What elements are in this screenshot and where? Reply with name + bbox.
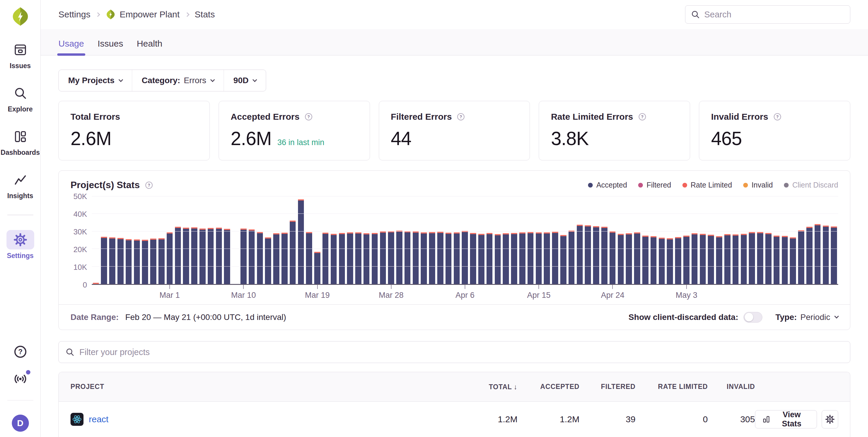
- category-dropdown[interactable]: Category: Errors: [132, 70, 224, 91]
- sidebar-item-insights[interactable]: Insights: [6, 170, 34, 200]
- bar[interactable]: [510, 196, 518, 284]
- bar[interactable]: [477, 196, 485, 284]
- bar[interactable]: [559, 196, 567, 284]
- bar[interactable]: [584, 196, 592, 284]
- bar[interactable]: [625, 196, 633, 284]
- bar[interactable]: [543, 196, 551, 284]
- bar[interactable]: [116, 196, 125, 284]
- legend-filtered[interactable]: Filtered: [638, 181, 671, 189]
- bar[interactable]: [641, 196, 649, 284]
- bar[interactable]: [125, 196, 133, 284]
- sidebar-item-explore[interactable]: Explore: [6, 83, 34, 113]
- bar[interactable]: [395, 196, 403, 284]
- bar[interactable]: [231, 196, 240, 284]
- col-accepted[interactable]: ACCEPTED: [518, 383, 580, 391]
- bar[interactable]: [92, 196, 100, 284]
- col-total[interactable]: TOTAL↓: [456, 383, 518, 391]
- bar[interactable]: [149, 196, 158, 284]
- bar[interactable]: [313, 196, 321, 284]
- col-filtered[interactable]: FILTERED: [580, 383, 636, 391]
- bar[interactable]: [428, 196, 436, 284]
- tab-usage[interactable]: Usage: [58, 39, 84, 55]
- bar[interactable]: [346, 196, 354, 284]
- bar[interactable]: [297, 196, 305, 284]
- bar[interactable]: [190, 196, 198, 284]
- legend-rate-limited[interactable]: Rate Limited: [682, 181, 732, 189]
- bar[interactable]: [411, 196, 420, 284]
- bar[interactable]: [502, 196, 510, 284]
- bar[interactable]: [444, 196, 453, 284]
- bar[interactable]: [330, 196, 338, 284]
- bar[interactable]: [100, 196, 108, 284]
- col-rate-limited[interactable]: RATE LIMITED: [636, 383, 708, 391]
- bar[interactable]: [764, 196, 772, 284]
- bar[interactable]: [371, 196, 379, 284]
- bar[interactable]: [256, 196, 264, 284]
- bar[interactable]: [174, 196, 182, 284]
- bar[interactable]: [264, 196, 272, 284]
- project-link[interactable]: react: [89, 414, 108, 424]
- help-circle-icon[interactable]: ?: [145, 181, 153, 190]
- bar[interactable]: [772, 196, 781, 284]
- bar[interactable]: [567, 196, 576, 284]
- bar[interactable]: [362, 196, 371, 284]
- help-circle-icon[interactable]: ?: [638, 112, 647, 121]
- bar[interactable]: [608, 196, 617, 284]
- projects-dropdown[interactable]: My Projects: [59, 70, 132, 91]
- bar[interactable]: [305, 196, 313, 284]
- bar[interactable]: [215, 196, 223, 284]
- tab-issues[interactable]: Issues: [98, 39, 123, 55]
- col-invalid[interactable]: INVALID: [708, 383, 755, 391]
- bar[interactable]: [682, 196, 690, 284]
- bar[interactable]: [649, 196, 658, 284]
- help-circle-icon[interactable]: ?: [457, 112, 465, 121]
- bar[interactable]: [633, 196, 642, 284]
- bar[interactable]: [707, 196, 715, 284]
- bar[interactable]: [797, 196, 805, 284]
- bar[interactable]: [165, 196, 174, 284]
- bar[interactable]: [280, 196, 288, 284]
- view-stats-button[interactable]: View Stats: [755, 410, 817, 429]
- bar[interactable]: [690, 196, 699, 284]
- bar[interactable]: [469, 196, 477, 284]
- bar[interactable]: [133, 196, 141, 284]
- bar[interactable]: [485, 196, 494, 284]
- org-logo-icon[interactable]: [10, 6, 30, 27]
- broadcast-icon[interactable]: [13, 372, 27, 386]
- bar[interactable]: [321, 196, 330, 284]
- bar[interactable]: [354, 196, 363, 284]
- bar[interactable]: [600, 196, 608, 284]
- bar[interactable]: [805, 196, 813, 284]
- bar[interactable]: [157, 196, 165, 284]
- bar[interactable]: [592, 196, 600, 284]
- bar[interactable]: [666, 196, 674, 284]
- breadcrumb-settings[interactable]: Settings: [58, 9, 90, 20]
- type-dropdown[interactable]: Type: Periodic: [775, 312, 838, 322]
- tab-health[interactable]: Health: [136, 39, 162, 55]
- bar[interactable]: [789, 196, 797, 284]
- bar[interactable]: [379, 196, 387, 284]
- help-icon[interactable]: ?: [13, 345, 27, 359]
- bar[interactable]: [288, 196, 297, 284]
- bar[interactable]: [272, 196, 281, 284]
- bar[interactable]: [551, 196, 559, 284]
- bar[interactable]: [813, 196, 822, 284]
- legend-accepted[interactable]: Accepted: [588, 181, 627, 189]
- bar[interactable]: [108, 196, 117, 284]
- bar[interactable]: [207, 196, 215, 284]
- bar[interactable]: [223, 196, 231, 284]
- global-search[interactable]: [685, 5, 850, 24]
- bar[interactable]: [699, 196, 707, 284]
- bar[interactable]: [526, 196, 535, 284]
- bar[interactable]: [461, 196, 469, 284]
- bar[interactable]: [740, 196, 748, 284]
- legend-invalid[interactable]: Invalid: [743, 181, 773, 189]
- bar[interactable]: [756, 196, 765, 284]
- sidebar-item-issues[interactable]: Issues: [6, 40, 34, 70]
- period-dropdown[interactable]: 90D: [224, 70, 266, 91]
- bar[interactable]: [674, 196, 682, 284]
- bar[interactable]: [338, 196, 346, 284]
- bar[interactable]: [141, 196, 149, 284]
- bar[interactable]: [494, 196, 502, 284]
- bar[interactable]: [198, 196, 207, 284]
